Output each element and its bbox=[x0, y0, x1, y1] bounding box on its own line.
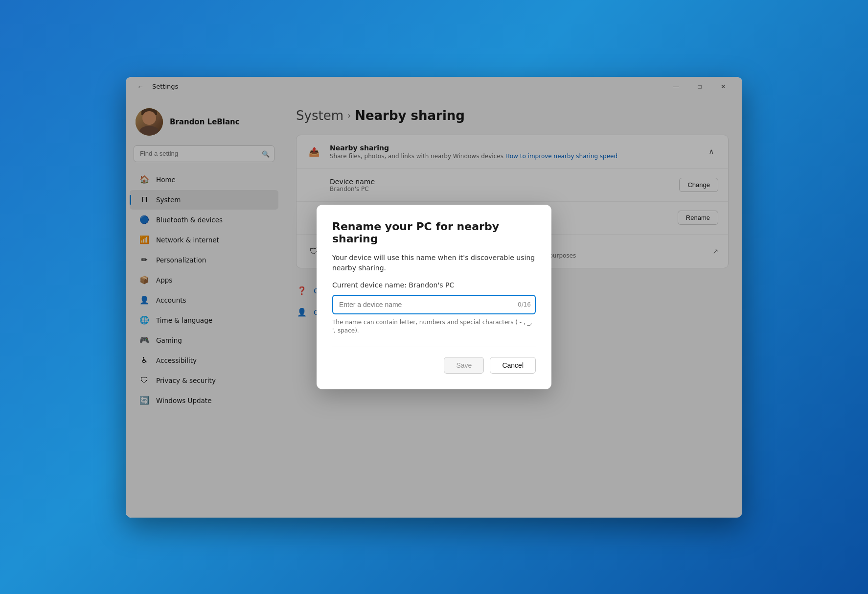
modal-save-button[interactable]: Save bbox=[444, 357, 484, 374]
modal-input-wrap: 0/16 bbox=[332, 295, 536, 314]
modal-cancel-button[interactable]: Cancel bbox=[490, 357, 536, 374]
modal-hint: The name can contain letter, numbers and… bbox=[332, 318, 536, 335]
settings-window: ← Settings — □ ✕ Brandon LeBlanc bbox=[126, 77, 742, 518]
device-name-input[interactable] bbox=[332, 295, 536, 314]
modal-description: Your device will use this name when it's… bbox=[332, 253, 536, 273]
modal-buttons: Save Cancel bbox=[332, 357, 536, 374]
modal-divider bbox=[332, 347, 536, 347]
modal-title: Rename your PC for nearby sharing bbox=[332, 220, 536, 245]
char-count: 0/16 bbox=[518, 301, 531, 308]
rename-dialog: Rename your PC for nearby sharing Your d… bbox=[317, 205, 551, 389]
modal-device-label: Current device name: Brandon's PC bbox=[332, 281, 536, 289]
modal-overlay: Rename your PC for nearby sharing Your d… bbox=[126, 77, 742, 518]
